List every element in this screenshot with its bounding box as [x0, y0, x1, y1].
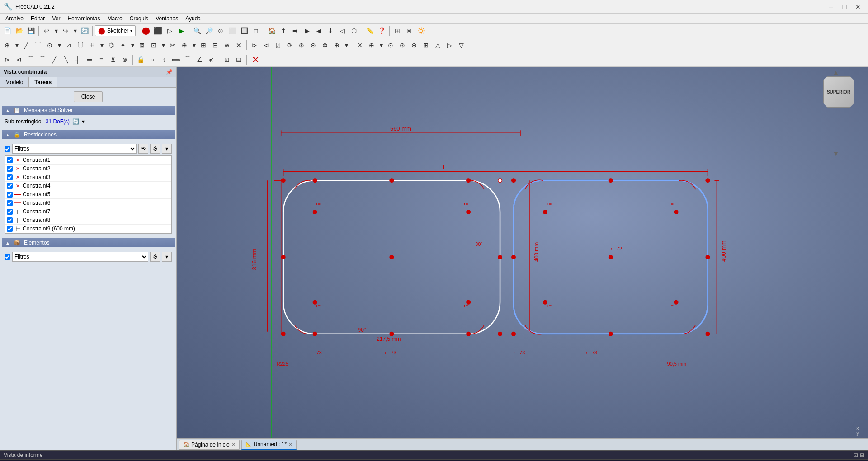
- view-tool-5[interactable]: 🔲: [239, 25, 250, 36]
- menu-archivo[interactable]: Archivo: [2, 14, 27, 23]
- constraint-item[interactable]: — Constraint6: [5, 199, 171, 207]
- sketch-tool-34[interactable]: ▽: [456, 40, 467, 51]
- filter-checkbox[interactable]: [5, 146, 10, 152]
- tab-home-close-icon[interactable]: ✕: [231, 442, 236, 447]
- view-tool-4[interactable]: ⬜: [227, 25, 238, 36]
- sketch-toggle-1[interactable]: ⊡: [222, 54, 232, 65]
- save-button[interactable]: 💾: [25, 25, 36, 36]
- filter-extra-button[interactable]: ▾: [162, 144, 172, 154]
- view-tool-3[interactable]: ⊙: [215, 25, 226, 36]
- filter-dropdown[interactable]: Filtros: [12, 144, 137, 154]
- constraint-refraction[interactable]: ≮: [206, 54, 217, 65]
- view-persp[interactable]: ⬡: [349, 25, 359, 36]
- sketch-tool-19[interactable]: ⊲: [261, 40, 272, 51]
- panel-pin-icon[interactable]: 📌: [166, 69, 173, 75]
- sketch-tool-16[interactable]: ≋: [222, 40, 232, 51]
- sketch-tool-1[interactable]: ⊕: [2, 40, 13, 51]
- sketch-tool-28[interactable]: ⊙: [385, 40, 396, 51]
- solver-refresh-icon[interactable]: 🔄: [72, 118, 79, 125]
- view-top[interactable]: ⬆: [278, 25, 289, 36]
- constraint-length[interactable]: ⟺: [170, 54, 181, 65]
- view-home[interactable]: 🏠: [266, 25, 277, 36]
- constraint-lock-button[interactable]: 🔒: [135, 54, 146, 65]
- constraint-tool-6[interactable]: ╲: [61, 54, 71, 65]
- sketch-tool-4b[interactable]: ▾: [56, 40, 62, 51]
- help-button[interactable]: ❓: [376, 25, 387, 36]
- close-button[interactable]: ✕: [852, 2, 864, 12]
- sketch-tool-27b[interactable]: ▾: [378, 40, 384, 51]
- redo-dropdown-button[interactable]: ▾: [72, 25, 78, 36]
- sketch-tool-2[interactable]: ╱: [21, 40, 32, 51]
- view-cube-button[interactable]: ◻: [250, 25, 261, 36]
- tab-sketch-close-icon[interactable]: ✕: [288, 442, 292, 447]
- sketch-tool-4[interactable]: ⊙: [44, 40, 55, 51]
- constraint-checkbox[interactable]: [7, 192, 13, 198]
- view-left[interactable]: ◁: [337, 25, 348, 36]
- constraint-item[interactable]: ✕ Constraint3: [5, 173, 171, 182]
- sketch-tool-14[interactable]: ⊞: [198, 40, 209, 51]
- view-tool-2[interactable]: 🔎: [203, 25, 214, 36]
- constraint-checkbox[interactable]: [7, 166, 13, 172]
- sketch-toggle-2[interactable]: ⊟: [233, 54, 244, 65]
- run-button[interactable]: ▶: [176, 25, 187, 36]
- menu-editar[interactable]: Editar: [27, 14, 48, 23]
- sketch-tool-7[interactable]: ⌗: [87, 40, 98, 51]
- constraint-checkbox[interactable]: [7, 183, 13, 189]
- sketch-tool-20[interactable]: ⍁: [273, 40, 283, 51]
- maximize-button[interactable]: □: [838, 2, 851, 12]
- sketch-tool-24[interactable]: ⊗: [320, 40, 330, 51]
- sketch-tool-17[interactable]: ✕: [233, 40, 244, 51]
- constraint-checkbox[interactable]: [7, 200, 13, 206]
- sketch-tool-9[interactable]: ✦: [118, 40, 128, 51]
- sketch-tool-31[interactable]: ⊞: [420, 40, 431, 51]
- sketch-tool-29[interactable]: ⊛: [397, 40, 408, 51]
- constraint-item[interactable]: ✕ Constraint4: [5, 182, 171, 190]
- constraint-radius[interactable]: ⌒: [182, 54, 193, 65]
- tab-pagina-de-inicio[interactable]: 🏠 Página de inicio ✕: [179, 440, 240, 450]
- workbench-dropdown[interactable]: ⬤ Sketcher ▾: [95, 25, 136, 36]
- undo-button[interactable]: ↩: [41, 25, 52, 36]
- view-sketch-button[interactable]: 🔆: [415, 25, 426, 36]
- view-bottom[interactable]: ⬇: [325, 25, 336, 36]
- redo-button[interactable]: ↪: [60, 25, 71, 36]
- log-expand-button[interactable]: ⊡: [854, 452, 858, 458]
- sketch-tool-15[interactable]: ⊟: [210, 40, 221, 51]
- new-file-button[interactable]: 📄: [2, 25, 13, 36]
- refresh-button[interactable]: 🔄: [79, 25, 90, 36]
- tab-tareas[interactable]: Tareas: [29, 77, 57, 87]
- sketch-tool-18[interactable]: ⊳: [249, 40, 260, 51]
- constraint-tool-5[interactable]: ╱: [49, 54, 60, 65]
- sketch-tool-32[interactable]: △: [432, 40, 443, 51]
- sketch-tool-12[interactable]: ✂: [167, 40, 178, 51]
- constraint-tool-10[interactable]: ⊻: [108, 54, 118, 65]
- stop-button[interactable]: ⬛: [152, 25, 163, 36]
- constraint-checkbox[interactable]: [7, 157, 13, 163]
- log-detach-button[interactable]: ⊟: [860, 452, 864, 458]
- constraint-tool-9[interactable]: ≡: [96, 54, 107, 65]
- view-right[interactable]: ▶: [302, 25, 312, 36]
- sketch-tool-27[interactable]: ⊕: [366, 40, 377, 51]
- constraints-section-header[interactable]: ▲ 🔒 Restricciones: [2, 130, 175, 139]
- nav-cube-up-arrow[interactable]: ▲: [833, 69, 839, 76]
- sketch-tool-9b[interactable]: ▾: [129, 40, 136, 51]
- open-file-button[interactable]: 📂: [14, 25, 24, 36]
- constraint-item[interactable]: ✕ Constraint2: [5, 165, 171, 173]
- constraint-item[interactable]: | Constraint8: [5, 216, 171, 225]
- sketch-tool-21[interactable]: ⟳: [284, 40, 295, 51]
- sketch-tool-23[interactable]: ⊝: [308, 40, 319, 51]
- elements-filter-dropdown[interactable]: Filtros: [12, 252, 148, 262]
- sketch-tool-11[interactable]: ⊡: [148, 40, 159, 51]
- sketch-tool-5[interactable]: ⊿: [63, 40, 74, 51]
- constraint-checkbox[interactable]: [7, 226, 13, 232]
- constraint-tool-4[interactable]: ⌒: [37, 54, 48, 65]
- constraint-item[interactable]: ✕ Constraint1: [5, 156, 171, 165]
- constraint-item[interactable]: — Constraint5: [5, 190, 171, 199]
- elements-settings-button[interactable]: ⚙: [150, 252, 160, 262]
- solver-dropdown-icon[interactable]: ▾: [82, 118, 85, 125]
- constraint-tool-1[interactable]: ⊳: [2, 54, 13, 65]
- menu-macro[interactable]: Macro: [104, 14, 126, 23]
- tab-modelo[interactable]: Modelo: [0, 77, 29, 87]
- constraint-checkbox[interactable]: [7, 209, 13, 215]
- sketch-tool-13[interactable]: ⊕: [179, 40, 190, 51]
- menu-ayuda[interactable]: Ayuda: [182, 14, 204, 23]
